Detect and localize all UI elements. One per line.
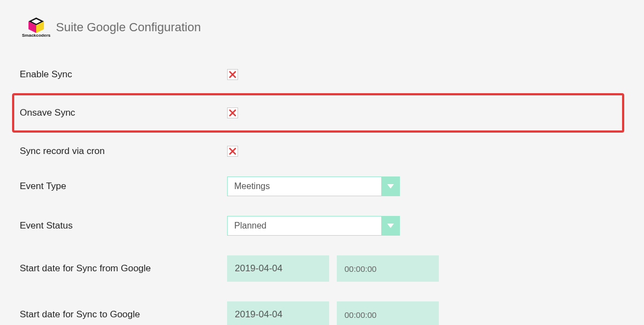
start-to-google-time[interactable]: 00:00:00: [337, 301, 439, 325]
cube-icon: [26, 18, 46, 34]
brand-name: Smackcoders: [22, 33, 50, 38]
onsave-sync-label: Onsave Sync: [20, 107, 227, 118]
start-from-google-group: 2019-04-04 00:00:00: [227, 255, 439, 282]
chevron-down-icon: [387, 224, 394, 228]
row-event-status: Event Status Planned: [20, 206, 624, 246]
start-to-google-group: 2019-04-04 00:00:00: [227, 301, 439, 325]
brand-logo: Smackcoders: [20, 15, 53, 39]
event-type-value: Meetings: [227, 176, 400, 196]
row-onsave-sync: Onsave Sync: [12, 93, 624, 133]
event-status-caret[interactable]: [381, 216, 400, 236]
event-type-label: Event Type: [20, 181, 227, 192]
event-status-label: Event Status: [20, 220, 227, 231]
event-status-select[interactable]: Planned: [227, 216, 400, 236]
start-to-google-date[interactable]: 2019-04-04: [227, 301, 329, 325]
start-from-google-date[interactable]: 2019-04-04: [227, 255, 329, 282]
enable-sync-checkbox[interactable]: [227, 69, 238, 80]
cross-icon: [229, 109, 236, 117]
page-title: Suite Google Configuration: [56, 20, 201, 35]
sync-cron-checkbox[interactable]: [227, 146, 238, 157]
row-event-type: Event Type Meetings: [20, 167, 624, 206]
row-start-from-google: Start date for Sync from Google 2019-04-…: [20, 246, 624, 292]
start-from-google-label: Start date for Sync from Google: [20, 263, 227, 274]
chevron-down-icon: [387, 184, 394, 189]
row-sync-cron: Sync record via cron: [20, 136, 624, 167]
cross-icon: [229, 147, 236, 155]
onsave-sync-checkbox[interactable]: [227, 107, 238, 118]
event-type-caret[interactable]: [381, 176, 400, 196]
sync-cron-label: Sync record via cron: [20, 146, 227, 157]
row-enable-sync: Enable Sync: [20, 59, 624, 90]
start-from-google-time[interactable]: 00:00:00: [337, 255, 439, 282]
start-to-google-label: Start date for Sync to Google: [20, 309, 227, 320]
enable-sync-label: Enable Sync: [20, 69, 227, 80]
event-type-select[interactable]: Meetings: [227, 176, 400, 196]
config-form: Enable Sync Onsave Sync Sync record via …: [0, 43, 644, 325]
event-status-value: Planned: [227, 216, 400, 236]
cross-icon: [229, 71, 236, 78]
row-start-to-google: Start date for Sync to Google 2019-04-04…: [20, 292, 624, 325]
page-header: Smackcoders Suite Google Configuration: [0, 0, 644, 43]
